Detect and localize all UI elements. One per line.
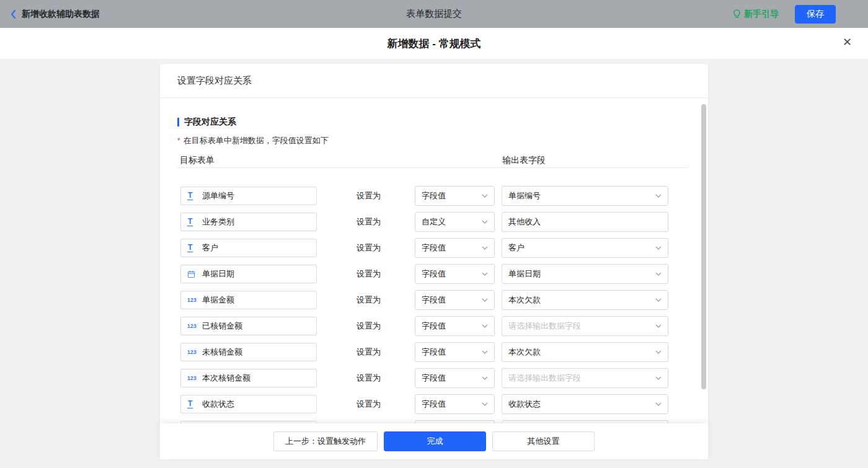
value-mode-selected: 字段值 xyxy=(422,294,446,306)
number-field-icon: 123 xyxy=(187,297,197,303)
chevron-down-icon xyxy=(482,220,488,224)
chevron-down-icon xyxy=(482,402,488,406)
field-type-icon: T 123 xyxy=(187,244,202,252)
value-mode-select[interactable]: 字段值 xyxy=(415,342,495,362)
field-type-icon: T 123 xyxy=(187,323,202,329)
target-field-box: T 123 源单编号 xyxy=(180,187,317,205)
back-button[interactable]: 新增收款辅助表数据 xyxy=(10,9,100,20)
topbar-title: 表单数据提交 xyxy=(406,8,462,20)
set-as-label: 设置为 xyxy=(356,373,383,384)
output-field-value: 单据编号 xyxy=(508,190,541,201)
field-mapping-row: T 123 未核销金额 设置为 字段值 本次欠款 xyxy=(177,339,708,365)
field-mapping-row: T 123 单据日期 设置为 字段值 单据日期 xyxy=(177,261,708,287)
chevron-down-icon xyxy=(655,298,662,302)
set-as-label: 设置为 xyxy=(356,399,383,410)
target-field-box: T 123 未核销金额 xyxy=(180,343,317,361)
value-mode-select[interactable]: 字段值 xyxy=(415,264,495,284)
text-field-icon: T xyxy=(187,400,193,408)
target-field-box: T 123 客户 xyxy=(180,239,317,257)
output-field-select[interactable]: 请选择输出数据字段 xyxy=(502,316,668,336)
chevron-down-icon xyxy=(482,246,488,250)
value-mode-selected: 字段值 xyxy=(422,399,446,410)
guide-label: 新手引导 xyxy=(744,9,779,20)
value-mode-select[interactable]: 字段值 xyxy=(415,186,495,206)
target-field-label: 收款状态 xyxy=(202,399,234,410)
target-field-box: T 123 已核销金额 xyxy=(180,317,317,335)
beginner-guide-button[interactable]: 新手引导 xyxy=(733,9,779,20)
value-mode-select[interactable]: 字段值 xyxy=(415,290,495,310)
panel-header-title: 设置字段对应关系 xyxy=(160,64,708,98)
header-divider xyxy=(177,167,688,168)
output-field-select[interactable]: 其他收入 xyxy=(502,212,668,232)
field-mapping-row: T 123 单据金额 设置为 字段值 本次欠款 xyxy=(177,287,708,313)
column-header-output-fields: 输出表字段 xyxy=(502,155,546,166)
field-type-icon: T 123 xyxy=(187,270,202,278)
output-field-select[interactable]: 客户 xyxy=(502,238,668,258)
chevron-down-icon xyxy=(482,324,488,328)
value-mode-selected: 字段值 xyxy=(422,347,446,358)
chevron-down-icon xyxy=(482,272,488,276)
modal-header: 新增数据 - 常规模式 ✕ xyxy=(0,28,868,59)
field-mapping-row: T 123 设置为 xyxy=(177,417,708,423)
output-field-value: 请选择输出数据字段 xyxy=(508,320,581,332)
field-type-icon: T 123 xyxy=(187,192,202,200)
output-field-select[interactable]: 单据编号 xyxy=(502,186,668,206)
value-mode-selected: 字段值 xyxy=(422,373,446,384)
modal-body: 设置字段对应关系 字段对应关系 *在目标表单中新增数据，字段值设置如下 目标表单… xyxy=(0,59,868,468)
value-mode-select[interactable]: 字段值 xyxy=(415,394,495,414)
chevron-left-icon xyxy=(10,9,16,19)
column-headers: 目标表单 输出表字段 xyxy=(177,155,708,166)
field-type-icon: T 123 xyxy=(187,297,202,303)
target-field-label: 本次核销金额 xyxy=(202,373,250,384)
previous-step-button[interactable]: 上一步：设置触发动作 xyxy=(273,431,378,451)
target-field-box: T 123 本次核销金额 xyxy=(180,369,317,387)
value-mode-select[interactable]: 自定义 xyxy=(415,212,495,232)
set-as-label: 设置为 xyxy=(356,242,383,254)
value-mode-select[interactable]: 字段值 xyxy=(415,238,495,258)
output-field-select[interactable]: 请选择输出数据字段 xyxy=(502,368,668,388)
section-title: 字段对应关系 xyxy=(177,117,708,128)
output-field-select[interactable]: 收款状态 xyxy=(502,394,668,414)
output-field-value: 其他收入 xyxy=(508,216,541,227)
top-bar: 新增收款辅助表数据 表单数据提交 新手引导 保存 xyxy=(0,0,868,28)
hint-line: *在目标表单中新增数据，字段值设置如下 xyxy=(177,135,708,146)
close-icon[interactable]: ✕ xyxy=(843,37,852,48)
vertical-scrollbar[interactable] xyxy=(701,104,706,389)
field-type-icon: T 123 xyxy=(187,349,202,355)
text-field-icon: T xyxy=(187,244,193,252)
target-field-label: 业务类别 xyxy=(202,216,234,227)
output-field-value: 单据日期 xyxy=(508,268,541,280)
value-mode-select[interactable]: 字段值 xyxy=(415,316,495,336)
other-settings-button[interactable]: 其他设置 xyxy=(492,431,595,451)
field-mapping-row: T 123 业务类别 设置为 自定义 其他收入 xyxy=(177,209,708,235)
target-field-box: T 123 单据金额 xyxy=(180,291,317,309)
target-field-label: 单据金额 xyxy=(202,294,234,306)
output-field-select[interactable]: 本次欠款 xyxy=(502,290,668,310)
output-field-value: 客户 xyxy=(508,242,525,254)
value-mode-select[interactable]: 字段值 xyxy=(415,368,495,388)
panel-scroll-area: 字段对应关系 *在目标表单中新增数据，字段值设置如下 目标表单 输出表字段 T … xyxy=(160,98,708,423)
save-button[interactable]: 保存 xyxy=(795,5,836,24)
output-field-select[interactable]: 单据日期 xyxy=(502,264,668,284)
set-as-label: 设置为 xyxy=(356,294,383,306)
chevron-down-icon xyxy=(655,246,662,250)
chevron-down-icon xyxy=(655,272,662,276)
column-header-target-form: 目标表单 xyxy=(180,155,215,166)
output-field-select[interactable]: 本次欠款 xyxy=(502,342,668,362)
text-field-icon: T xyxy=(187,218,193,226)
config-panel: 设置字段对应关系 字段对应关系 *在目标表单中新增数据，字段值设置如下 目标表单… xyxy=(160,64,708,423)
number-field-icon: 123 xyxy=(187,349,197,355)
set-as-label: 设置为 xyxy=(356,216,383,227)
target-field-box: T 123 单据日期 xyxy=(180,265,317,283)
section-title-text: 字段对应关系 xyxy=(184,117,236,128)
done-button[interactable]: 完成 xyxy=(384,431,486,451)
chevron-down-icon xyxy=(655,350,662,354)
date-field-icon xyxy=(187,270,195,278)
target-field-box: T 123 收款状态 xyxy=(180,395,317,413)
chevron-down-icon xyxy=(655,376,662,380)
field-type-icon: T 123 xyxy=(187,375,202,381)
set-as-label: 设置为 xyxy=(356,347,383,358)
target-field-label: 单据日期 xyxy=(202,268,234,280)
chevron-down-icon xyxy=(482,350,488,354)
field-type-icon: T 123 xyxy=(187,400,202,408)
